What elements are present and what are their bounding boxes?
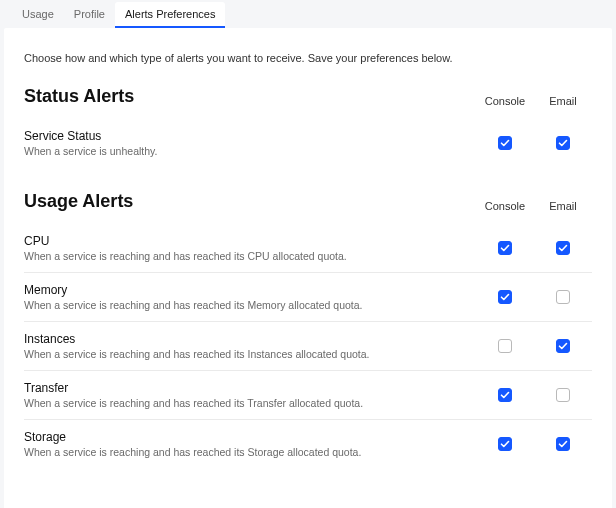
checkbox-cpu-console[interactable]	[498, 241, 512, 255]
tab-profile[interactable]: Profile	[64, 2, 115, 28]
alert-title: Memory	[24, 283, 476, 297]
usage-alerts-section: Usage Alerts Console Email CPU When a se…	[24, 191, 592, 468]
column-email-label: Email	[534, 95, 592, 107]
tab-alerts-preferences[interactable]: Alerts Preferences	[115, 2, 225, 28]
alert-row-storage: Storage When a service is reaching and h…	[24, 420, 592, 468]
alert-row-cpu: CPU When a service is reaching and has r…	[24, 224, 592, 273]
checkbox-transfer-console[interactable]	[498, 388, 512, 402]
checkbox-instances-console[interactable]	[498, 339, 512, 353]
checkbox-transfer-email[interactable]	[556, 388, 570, 402]
checkbox-service-status-email[interactable]	[556, 136, 570, 150]
status-alerts-title: Status Alerts	[24, 86, 476, 107]
alert-row-instances: Instances When a service is reaching and…	[24, 322, 592, 371]
usage-alerts-title: Usage Alerts	[24, 191, 476, 212]
alert-desc: When a service is reaching and has reach…	[24, 348, 476, 360]
column-email-label: Email	[534, 200, 592, 212]
alert-desc: When a service is unhealthy.	[24, 145, 476, 157]
alert-row-service-status: Service Status When a service is unhealt…	[24, 119, 592, 167]
checkbox-storage-console[interactable]	[498, 437, 512, 451]
alert-desc: When a service is reaching and has reach…	[24, 299, 476, 311]
checkbox-storage-email[interactable]	[556, 437, 570, 451]
tab-bar: Usage Profile Alerts Preferences	[0, 0, 616, 28]
alert-title: Transfer	[24, 381, 476, 395]
alert-row-transfer: Transfer When a service is reaching and …	[24, 371, 592, 420]
checkbox-memory-console[interactable]	[498, 290, 512, 304]
intro-text: Choose how and which type of alerts you …	[24, 52, 592, 64]
checkbox-cpu-email[interactable]	[556, 241, 570, 255]
status-alerts-section: Status Alerts Console Email Service Stat…	[24, 86, 592, 167]
alert-desc: When a service is reaching and has reach…	[24, 250, 476, 262]
alert-title: Instances	[24, 332, 476, 346]
column-console-label: Console	[476, 200, 534, 212]
alert-title: CPU	[24, 234, 476, 248]
column-console-label: Console	[476, 95, 534, 107]
alert-title: Storage	[24, 430, 476, 444]
alerts-preferences-panel: Choose how and which type of alerts you …	[4, 28, 612, 508]
checkbox-service-status-console[interactable]	[498, 136, 512, 150]
checkbox-instances-email[interactable]	[556, 339, 570, 353]
tab-usage[interactable]: Usage	[12, 2, 64, 28]
alert-desc: When a service is reaching and has reach…	[24, 397, 476, 409]
alert-row-memory: Memory When a service is reaching and ha…	[24, 273, 592, 322]
alert-title: Service Status	[24, 129, 476, 143]
alert-desc: When a service is reaching and has reach…	[24, 446, 476, 458]
checkbox-memory-email[interactable]	[556, 290, 570, 304]
